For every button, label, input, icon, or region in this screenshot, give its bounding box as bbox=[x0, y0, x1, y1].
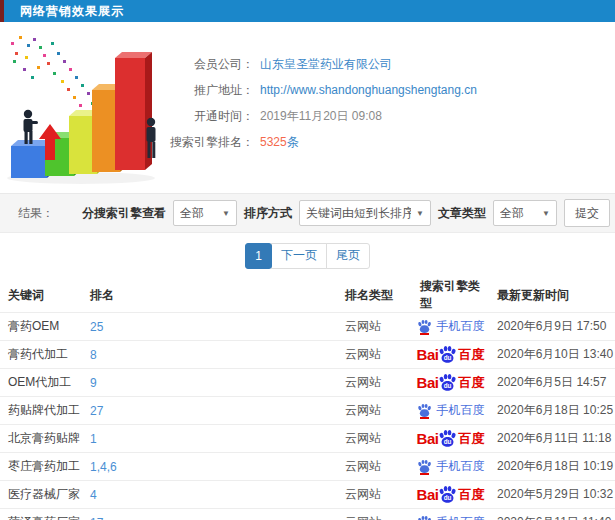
rank-link[interactable]: 9 bbox=[90, 376, 97, 390]
article-type-select[interactable]: 全部 ▼ bbox=[493, 200, 557, 226]
baidu-logo: Bai du 百度 bbox=[417, 485, 485, 504]
page-button-current[interactable]: 1 bbox=[245, 243, 272, 269]
engine-filter-label: 分搜索引擎查看 bbox=[82, 205, 166, 222]
keyword-cell: 菏泽膏药厂家 bbox=[0, 509, 82, 520]
keyword-cell: 枣庄膏药加工 bbox=[0, 453, 82, 481]
table-row: 膏药OEM 25 云网站 手机百度 2020年6月9日 17:50 bbox=[0, 313, 615, 341]
engine-cell: Bai du 百度 bbox=[412, 369, 489, 397]
growth-bar-chart-illustration bbox=[3, 30, 181, 188]
page-button-last[interactable]: 尾页 bbox=[326, 243, 370, 269]
engine-cell: Bai du 百度 bbox=[412, 341, 489, 369]
updated-cell: 2020年5月29日 10:32 bbox=[489, 481, 615, 509]
updated-cell: 2020年6月11日 11:18 bbox=[489, 425, 615, 453]
rank-cell: 1 bbox=[82, 425, 337, 453]
ranking-count-row: 搜索引擎排名： 5325条 bbox=[168, 129, 477, 155]
account-info-section: 会员公司： 山东皇圣堂药业有限公司 推广地址： http://www.shand… bbox=[0, 22, 615, 193]
article-type-label: 文章类型 bbox=[438, 205, 486, 222]
rank-type-cell: 云网站 bbox=[337, 481, 412, 509]
ranking-count-value: 5325条 bbox=[260, 134, 299, 151]
baidu-underline bbox=[420, 473, 429, 475]
baidu-paw-icon bbox=[417, 403, 432, 418]
sort-filter-label: 排序方式 bbox=[244, 205, 292, 222]
rank-type-cell: 云网站 bbox=[337, 453, 412, 481]
rank-link[interactable]: 25 bbox=[90, 320, 103, 334]
table-row: 药贴牌代加工 27 云网站 手机百度 2020年6月18日 10:25 bbox=[0, 397, 615, 425]
company-link[interactable]: 山东皇圣堂药业有限公司 bbox=[260, 56, 392, 73]
header-rank-type: 排名类型 bbox=[337, 278, 412, 313]
rank-link[interactable]: 27 bbox=[90, 404, 103, 418]
baidu-paw-icon: du bbox=[438, 345, 457, 364]
account-info-list: 会员公司： 山东皇圣堂药业有限公司 推广地址： http://www.shand… bbox=[168, 51, 477, 155]
table-row: 枣庄膏药加工 1,4,6 云网站 手机百度 2020年6月18日 10:19 bbox=[0, 453, 615, 481]
table-row: OEM代加工 9 云网站 Bai du 百度 2020年6月5日 14:57 bbox=[0, 369, 615, 397]
rank-type-cell: 云网站 bbox=[337, 509, 412, 520]
rank-type-cell: 云网站 bbox=[337, 369, 412, 397]
keyword-cell: 北京膏药贴牌 bbox=[0, 425, 82, 453]
submit-button[interactable]: 提交 bbox=[564, 199, 610, 227]
keyword-cell: 膏药代加工 bbox=[0, 341, 82, 369]
baidu-paw-icon bbox=[417, 459, 432, 474]
updated-cell: 2020年6月18日 10:25 bbox=[489, 397, 615, 425]
pagination: 1 下一页 尾页 bbox=[0, 233, 615, 278]
mobile-baidu-label: 手机百度 bbox=[437, 458, 485, 475]
chevron-down-icon: ▼ bbox=[542, 209, 550, 218]
rank-type-cell: 云网站 bbox=[337, 397, 412, 425]
confetti-dots bbox=[11, 36, 98, 115]
table-body: 膏药OEM 25 云网站 手机百度 2020年6月9日 17:50 膏药代加工 … bbox=[0, 313, 615, 520]
article-type-select-value: 全部 bbox=[500, 205, 537, 222]
rank-link[interactable]: 1 bbox=[90, 432, 97, 446]
ranking-count-number: 5325 bbox=[260, 135, 287, 149]
rank-type-cell: 云网站 bbox=[337, 313, 412, 341]
table-row: 菏泽膏药厂家 17 云网站 手机百度 2020年6月11日 11:40 bbox=[0, 509, 615, 520]
rank-cell: 1,4,6 bbox=[82, 453, 337, 481]
sort-select[interactable]: 关键词由短到长排序 ▼ bbox=[299, 200, 431, 226]
promo-url-label: 推广地址： bbox=[168, 82, 254, 99]
rank-cell: 4 bbox=[82, 481, 337, 509]
baidu-underline bbox=[420, 417, 429, 419]
engine-cell: Bai du 百度 bbox=[412, 481, 489, 509]
header-engine-type: 搜索引擎类型 bbox=[412, 278, 489, 313]
chevron-down-icon: ▼ bbox=[222, 209, 230, 218]
baidu-paw-icon: du bbox=[438, 485, 457, 504]
updated-cell: 2020年6月10日 13:40 bbox=[489, 341, 615, 369]
promo-url-row: 推广地址： http://www.shandonghuangshengtang.… bbox=[168, 77, 477, 103]
svg-text:du: du bbox=[444, 382, 452, 389]
rank-cell: 27 bbox=[82, 397, 337, 425]
mobile-baidu-logo: 手机百度 bbox=[417, 458, 485, 475]
rank-link[interactable]: 17 bbox=[90, 516, 103, 520]
rank-type-cell: 云网站 bbox=[337, 341, 412, 369]
table-row: 膏药代加工 8 云网站 Bai du 百度 2020年6月10日 13:40 bbox=[0, 341, 615, 369]
rank-cell: 9 bbox=[82, 369, 337, 397]
mobile-baidu-label: 手机百度 bbox=[437, 318, 485, 335]
rank-link[interactable]: 8 bbox=[90, 348, 97, 362]
rank-type-cell: 云网站 bbox=[337, 425, 412, 453]
svg-text:du: du bbox=[444, 354, 452, 361]
keyword-cell: 膏药OEM bbox=[0, 313, 82, 341]
mobile-baidu-label: 手机百度 bbox=[437, 402, 485, 419]
baidu-underline bbox=[420, 333, 429, 335]
rank-link[interactable]: 1,4,6 bbox=[90, 460, 117, 474]
filter-bar: 结果： 分搜索引擎查看 全部 ▼ 排序方式 关键词由短到长排序 ▼ 文章类型 全… bbox=[0, 193, 615, 233]
promo-url-link[interactable]: http://www.shandonghuangshengtang.cn bbox=[260, 83, 477, 97]
businessman-left bbox=[24, 110, 39, 144]
company-label: 会员公司： bbox=[168, 56, 254, 73]
baidu-logo: Bai du 百度 bbox=[417, 429, 485, 448]
ranking-count-label: 搜索引擎排名： bbox=[168, 134, 254, 151]
mobile-baidu-logo: 手机百度 bbox=[417, 402, 485, 419]
engine-cell: 手机百度 bbox=[412, 397, 489, 425]
baidu-paw-icon: du bbox=[438, 429, 457, 448]
engine-select[interactable]: 全部 ▼ bbox=[173, 200, 237, 226]
rank-cell: 8 bbox=[82, 341, 337, 369]
baidu-paw-icon bbox=[417, 319, 432, 334]
keyword-cell: 医疗器械厂家 bbox=[0, 481, 82, 509]
page-button-next[interactable]: 下一页 bbox=[271, 243, 327, 269]
svg-text:du: du bbox=[444, 494, 452, 501]
updated-cell: 2020年6月9日 17:50 bbox=[489, 313, 615, 341]
rank-cell: 17 bbox=[82, 509, 337, 520]
rank-cell: 25 bbox=[82, 313, 337, 341]
mobile-baidu-label: 手机百度 bbox=[437, 514, 485, 520]
keyword-cell: OEM代加工 bbox=[0, 369, 82, 397]
rank-link[interactable]: 4 bbox=[90, 488, 97, 502]
updated-cell: 2020年6月11日 11:40 bbox=[489, 509, 615, 520]
mobile-baidu-logo: 手机百度 bbox=[417, 318, 485, 335]
